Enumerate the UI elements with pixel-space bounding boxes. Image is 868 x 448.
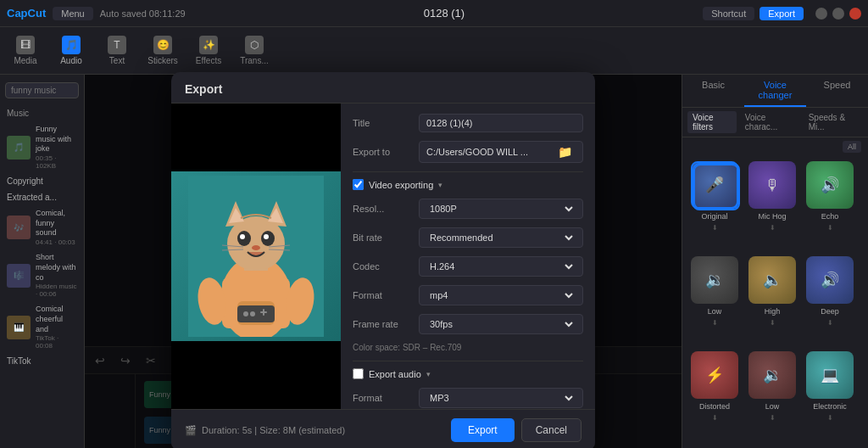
bitrate-select[interactable]: Recommended Low High [419, 227, 583, 248]
electronic-label: Electronic [813, 402, 847, 411]
export-to-value[interactable]: C:/Users/GOOD WILL ... 📁 [419, 141, 583, 163]
all-filters-button[interactable]: All [843, 141, 861, 153]
codec-label: Codec [353, 261, 412, 272]
low2-label: Low [765, 402, 780, 411]
voice-grid-header: All [682, 137, 868, 153]
cat-illustration [188, 176, 324, 337]
deep-dl: ⬇ [827, 319, 833, 327]
list-item[interactable]: TikTok [0, 353, 84, 369]
framerate-dropdown[interactable]: 30fps 24fps 60fps [426, 318, 576, 330]
video-export-checkbox[interactable] [353, 179, 364, 190]
subtab-speeds-mi[interactable]: Speeds & Mi... [804, 111, 863, 133]
toolbar-trans[interactable]: ⬡ Trans... [239, 36, 270, 65]
search-input[interactable] [5, 82, 79, 98]
maximize-button[interactable]: □ [832, 8, 844, 20]
left-panel: Music 🎵 Funny music with joke 00:35 · 10… [0, 75, 85, 448]
audio-format-select[interactable]: MP3 AAC [419, 388, 583, 408]
effects-label: Effects [196, 56, 221, 65]
toolbar-audio[interactable]: 🎵 Audio [56, 36, 86, 65]
bitrate-dropdown[interactable]: Recommended Low High [426, 232, 576, 244]
echo-label: Echo [821, 212, 839, 221]
export-audio-toggle[interactable]: Export audio ▾ [353, 368, 583, 379]
menu-button[interactable]: Menu [53, 7, 93, 20]
format-select[interactable]: mp4 mov avi [419, 285, 583, 305]
toolbar-text[interactable]: T Text [102, 36, 132, 65]
list-item[interactable]: 🎼 Short melody with co Hidden music · 00… [0, 249, 84, 301]
audio-export-checkbox[interactable] [353, 368, 364, 379]
list-item[interactable]: 🎶 Comical, funny sound 04:41 · 00:03 [0, 205, 84, 249]
distorted-icon: ⚡ [691, 351, 738, 399]
item-sub: TikTok · 00:08 [36, 334, 77, 350]
export-dialog: Export [171, 72, 595, 448]
item-sub: Hidden music · 00:06 [36, 283, 77, 298]
toolbar-stickers[interactable]: 😊 Stickers [147, 36, 178, 65]
voice-card-low2[interactable]: 🔉 Low ⬇ [747, 351, 798, 440]
topbar-left: CapCut Menu Auto saved 08:11:29 [7, 7, 186, 20]
app-logo: CapCut [7, 7, 46, 20]
title-input[interactable]: 0128 (1)(4) [419, 114, 583, 132]
item-title: Funny music with joke [36, 125, 77, 154]
subtab-voice-charac[interactable]: Voice charac... [740, 111, 800, 133]
export-overlay: Export [85, 75, 682, 448]
audio-format-label: Format [353, 393, 412, 403]
list-item[interactable]: Extracted a... [0, 189, 84, 205]
export-button[interactable]: Export [451, 418, 515, 442]
media-icon: 🎞 [16, 36, 35, 54]
voice-card-low[interactable]: 🔉 Low ⬇ [689, 256, 740, 344]
toolbar-media[interactable]: 🎞 Media [10, 36, 41, 65]
deep-label: Deep [821, 307, 839, 316]
voice-card-original[interactable]: 🎤 Original ⬇ [689, 161, 740, 249]
resolution-row: Resol... 1080P 720P 480P 4K [353, 199, 583, 219]
toolbar: 🎞 Media 🎵 Audio T Text 😊 Stickers ✨ Effe… [0, 27, 868, 75]
format-dropdown[interactable]: mp4 mov avi [426, 289, 576, 301]
list-item[interactable]: 🎵 Funny music with joke 00:35 · 102KB [0, 121, 84, 173]
close-button[interactable]: × [849, 8, 861, 20]
electronic-dl: ⬇ [827, 414, 833, 422]
tab-basic[interactable]: Basic [682, 75, 744, 107]
subtab-voice-filters[interactable]: Voice filters [687, 111, 737, 133]
voice-card-distorted[interactable]: ⚡ Distorted ⬇ [689, 351, 740, 440]
framerate-label: Frame rate [353, 319, 412, 329]
codec-dropdown[interactable]: H.264 H.265 [426, 260, 576, 272]
export-topbar-button[interactable]: Export [760, 7, 804, 20]
list-item[interactable]: Copyright [0, 173, 84, 189]
bitrate-row: Bit rate Recommended Low High [353, 227, 583, 248]
voice-card-echo[interactable]: 🔊 Echo ⬇ [804, 161, 855, 249]
low-label: Low [708, 307, 722, 316]
svg-rect-26 [694, 165, 738, 209]
item-sub: 00:35 · 102KB [36, 154, 77, 170]
tab-speed[interactable]: Speed [806, 75, 868, 107]
tab-voice-changer[interactable]: Voice changer [744, 75, 806, 107]
minimize-button[interactable]: ─ [815, 8, 827, 20]
voice-card-deep[interactable]: 🔊 Deep ⬇ [804, 256, 855, 344]
color-space-info: Color space: SDR – Rec.709 [353, 343, 583, 352]
topbar: CapCut Menu Auto saved 08:11:29 0128 (1)… [0, 0, 868, 27]
list-item[interactable]: 🎹 Comical cheerful and TikTok · 00:08 [0, 301, 84, 353]
effects-icon: ✨ [199, 36, 218, 54]
distorted-dl: ⬇ [712, 414, 718, 422]
folder-browse-button[interactable]: 📁 [554, 145, 576, 159]
cancel-button[interactable]: Cancel [521, 418, 581, 442]
dialog-footer: 🎬 Duration: 5s | Size: 8M (estimated) Ex… [171, 409, 595, 448]
echo-icon: 🔊 [806, 161, 854, 209]
right-tabs: Basic Voice changer Speed [682, 75, 868, 108]
toolbar-effects[interactable]: ✨ Effects [193, 36, 224, 65]
stickers-icon: 😊 [153, 36, 172, 54]
framerate-select[interactable]: 30fps 24fps 60fps [419, 314, 583, 334]
project-title: 0128 (1) [424, 7, 465, 20]
resolution-dropdown[interactable]: 1080P 720P 480P 4K [426, 203, 576, 215]
window-controls: ─ □ × [815, 8, 861, 20]
trans-icon: ⬡ [245, 36, 264, 54]
item-title: Comical, funny sound [36, 209, 77, 238]
voice-card-michog[interactable]: 🎙 Mic Hog ⬇ [747, 161, 798, 249]
voice-card-electronic[interactable]: 💻 Electronic ⬇ [804, 351, 855, 440]
shortcut-button[interactable]: Shortcut [703, 7, 754, 20]
video-exporting-toggle[interactable]: Video exporting ▾ [353, 179, 583, 190]
audio-format-dropdown[interactable]: MP3 AAC [426, 392, 576, 404]
codec-select[interactable]: H.264 H.265 [419, 256, 583, 277]
topbar-right: Shortcut Export ─ □ × [703, 7, 861, 20]
item-sub: 04:41 · 00:03 [36, 238, 77, 246]
voice-card-high[interactable]: 🔈 High ⬇ [747, 256, 798, 344]
michog-label: Mic Hog [758, 212, 786, 221]
resolution-select[interactable]: 1080P 720P 480P 4K [419, 199, 583, 219]
